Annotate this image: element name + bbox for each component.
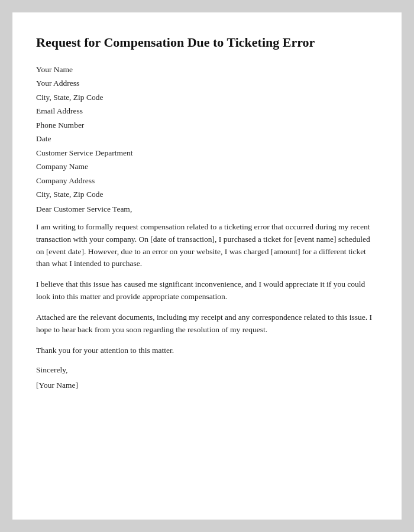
recipient-company-city-state-zip: City, State, Zip Code [36,190,378,199]
body-paragraph-1: I am writing to formally request compens… [36,221,378,271]
body-paragraph-2: I believe that this issue has caused me … [36,278,378,303]
recipient-address-block: Customer Service Department Company Name… [36,149,378,199]
letter-document: Request for Compensation Due to Ticketin… [12,12,402,520]
recipient-company-address: Company Address [36,177,378,185]
body-paragraph-4: Thank you for your attention to this mat… [36,345,378,357]
body-paragraph-3: Attached are the relevant documents, inc… [36,312,378,336]
sender-city-state-zip: City, State, Zip Code [36,93,378,102]
salutation: Dear Customer Service Team, [36,205,378,214]
sender-address: Your Address [36,79,378,87]
sender-address-block: Your Name Your Address City, State, Zip … [36,66,378,143]
sender-phone: Phone Number [36,121,378,129]
recipient-department: Customer Service Department [36,149,378,157]
recipient-company-name: Company Name [36,163,378,171]
letter-title: Request for Compensation Due to Ticketin… [36,34,378,51]
sender-name: Your Name [36,66,378,74]
sender-email: Email Address [36,107,378,115]
letter-signature: [Your Name] [36,381,378,390]
letter-closing: Sincerely, [36,365,378,375]
letter-date: Date [36,135,378,143]
